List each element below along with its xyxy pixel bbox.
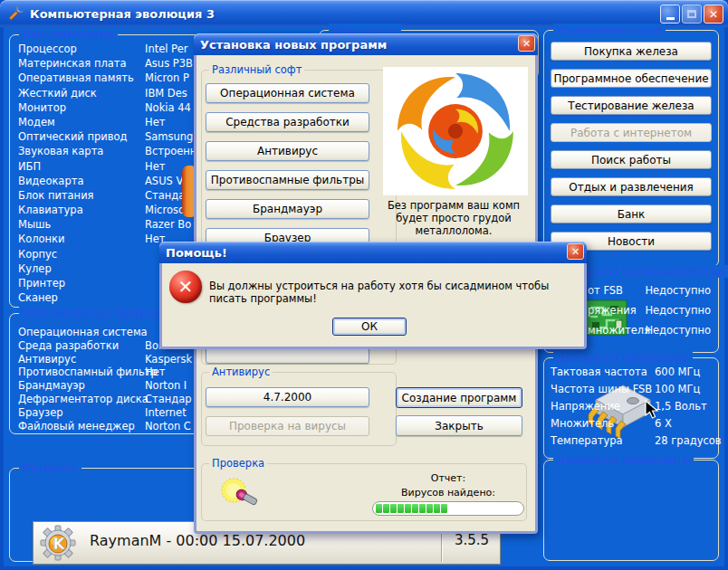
virus-progressbar xyxy=(372,501,524,516)
close-icon[interactable]: ✕ xyxy=(518,35,535,52)
virus-scan-button[interactable]: Проверка на вирусы xyxy=(206,416,369,436)
motherboard-value: Недоступно xyxy=(645,304,711,317)
hardware-value: Micron P xyxy=(145,71,189,84)
kde-gear-logo: K xyxy=(40,525,76,561)
program-value: Norton I xyxy=(145,379,187,392)
hardware-value: Встроенн xyxy=(145,145,196,157)
program-value: Kaspersk xyxy=(145,353,192,366)
progress-blocks xyxy=(376,504,448,513)
hardware-label: Модем xyxy=(18,116,55,128)
program-label: Браузер xyxy=(18,406,63,419)
wrench-icon xyxy=(6,5,24,23)
minimize-button[interactable] xyxy=(660,5,680,24)
soft-button[interactable]: Антивирус xyxy=(206,141,369,161)
motherboard-label: от FSB xyxy=(588,284,623,297)
motherboard-label: множителя xyxy=(588,324,650,337)
game-button[interactable]: Банк xyxy=(551,204,712,223)
cpu-label: Температура xyxy=(551,434,623,447)
hardware-label: Видеокарта xyxy=(18,175,83,187)
cpu-label: Частота шины FSB xyxy=(551,383,652,395)
cpu-row: Напряжение 1,5 Вольт xyxy=(544,398,718,415)
mouse-cursor xyxy=(645,400,659,420)
hardware-label: Принтер xyxy=(18,277,65,290)
error-icon: ✕ xyxy=(169,271,202,303)
game-button[interactable]: Покупка железа xyxy=(551,42,712,61)
antivirus-version-button[interactable]: 4.7.2000 xyxy=(206,387,369,407)
hardware-label: Процессор xyxy=(18,43,77,55)
close-dialog-button[interactable]: Закрыть xyxy=(396,415,522,436)
cpu-rows: Тактовая частота 600 МГц Частота шины FS… xyxy=(544,364,718,450)
hardware-label: Монитор xyxy=(18,101,66,114)
program-label: Антивирус xyxy=(18,353,76,366)
cpu-label: Множитель xyxy=(551,417,614,430)
group-caption: Данные по процессору xyxy=(553,351,693,364)
svg-text:K: K xyxy=(53,535,65,553)
ok-button[interactable]: ОК xyxy=(332,318,407,336)
hardware-label: Корпус xyxy=(18,248,57,261)
close-icon[interactable]: ✕ xyxy=(704,5,723,24)
hardware-label: ИБП xyxy=(18,160,41,173)
hardware-value: Samsung xyxy=(145,130,193,143)
game-button[interactable]: Отдых и развлечения xyxy=(551,177,712,196)
close-icon[interactable]: ✕ xyxy=(567,243,584,260)
group-caption: Управление игрой xyxy=(553,24,666,36)
hardware-label: Клавиатура xyxy=(18,204,83,216)
game-button[interactable]: Тестирование железа xyxy=(551,96,712,115)
soft-buttons: Операционная системаСредства разработкиА… xyxy=(206,83,369,248)
program-label: Брандмауэр xyxy=(18,379,85,392)
hardware-label: Жесткий диск xyxy=(18,87,97,100)
hardware-value: ASUS V xyxy=(145,175,183,187)
hardware-value: Нет xyxy=(145,160,165,173)
program-value: Нет xyxy=(145,366,165,378)
game-button[interactable]: Поиск работы xyxy=(551,150,712,169)
group-caption: Ваш компьютер xyxy=(19,28,118,41)
image-caption: Без программ ваш комп будет просто грудо… xyxy=(370,199,537,237)
maximize-button[interactable] xyxy=(682,5,702,24)
create-programs-button[interactable]: Создание программ xyxy=(396,387,522,408)
software-swirl-image xyxy=(383,67,528,195)
soft-button[interactable]: Брандмауэр xyxy=(206,199,369,219)
window-title: Компьютерная эволюция 3 xyxy=(30,7,215,21)
program-value: Internet xyxy=(145,406,187,419)
swirl-logo-icon xyxy=(394,70,517,193)
hardware-value: Razer Bo xyxy=(145,218,191,231)
hardware-label: Мышь xyxy=(18,218,51,231)
motherboard-value: Недоступно xyxy=(645,324,711,337)
motherboard-value: Недоступно xyxy=(645,284,711,297)
group-check: Проверка Отчет: Вирусов найдено: xyxy=(201,463,527,521)
program-label: Операционная система xyxy=(18,326,148,338)
group-videocard-data: Данные по видеокарте xyxy=(543,460,719,561)
program-label: Среда разработки xyxy=(18,339,119,352)
soft-button[interactable]: Операционная система xyxy=(206,83,369,103)
hardware-value: Microso xyxy=(145,204,185,216)
install-dialog-title: Установка новых программ xyxy=(200,38,387,52)
cpu-row: Тактовая частота 600 МГц xyxy=(544,364,718,381)
install-dialog-titlebar[interactable]: Установка новых программ xyxy=(194,33,538,55)
program-label: Дефрагментатор диска xyxy=(18,393,148,405)
game-window: Компьютерная эволюция 3 ✕ Ваш компьютер … xyxy=(0,0,728,570)
motherboard-label: ряжения xyxy=(588,304,637,317)
help-message: Вы должны устроиться на работу хотя бы с… xyxy=(209,280,575,305)
game-button[interactable]: Программное обеспечение xyxy=(551,69,712,88)
report-label: Отчет: xyxy=(372,472,524,484)
hardware-label: Сканер xyxy=(18,291,58,304)
hardware-label: Блок питания xyxy=(18,189,94,202)
group-caption: Проверка xyxy=(209,457,267,470)
game-button[interactable]: Работа с интернетом xyxy=(551,123,712,142)
group-caption: Интернет xyxy=(19,461,81,474)
help-dialog: Помощь! ✕ ✕ Вы должны устроиться на рабо… xyxy=(159,242,587,349)
help-dialog-titlebar[interactable]: Помощь! xyxy=(159,242,587,263)
group-caption: Различный софт xyxy=(209,63,304,76)
soft-button[interactable]: Противоспамные фильтры xyxy=(206,170,369,190)
program-value: Norton C xyxy=(145,420,191,432)
flashlight-icon xyxy=(220,477,262,509)
soft-button[interactable]: Средства разработки xyxy=(206,112,369,132)
cpu-value: 28 градусов xyxy=(655,434,722,447)
viruses-found-label: Вирусов найдено: xyxy=(372,487,524,499)
hardware-value: IBM Des xyxy=(145,87,187,100)
minimize-icon xyxy=(666,8,675,20)
group-game-controls: Управление игрой Покупка железаПрограммн… xyxy=(543,30,719,267)
hardware-label: Колонки xyxy=(18,233,65,245)
hardware-label: Оперативная память xyxy=(18,71,134,84)
cpu-row: Множитель 6 X xyxy=(544,415,718,432)
